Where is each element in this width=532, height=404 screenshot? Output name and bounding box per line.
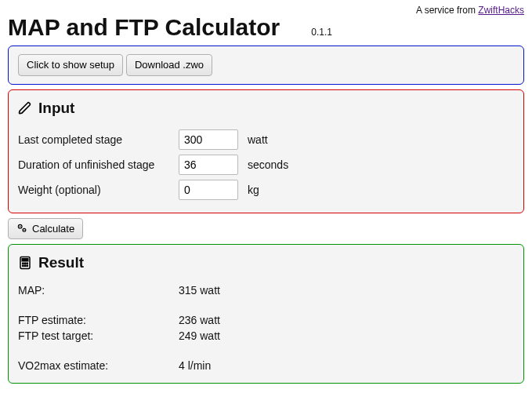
stage-label: Last completed stage	[18, 133, 179, 146]
map-label: MAP:	[18, 284, 179, 297]
duration-label: Duration of unfinished stage	[18, 158, 179, 171]
version-label: 0.1.1	[311, 27, 332, 38]
service-link[interactable]: ZwiftHacks	[478, 5, 524, 16]
input-panel: Input Last completed stage watt Duration…	[8, 89, 524, 213]
ftp-estimate-label: FTP estimate:	[18, 314, 179, 326]
calculate-label: Calculate	[32, 223, 74, 235]
input-heading: Input	[38, 100, 74, 117]
calculator-icon	[18, 256, 32, 270]
gears-icon	[16, 223, 27, 234]
stage-unit: watt	[248, 133, 268, 146]
svg-point-6	[23, 263, 24, 264]
svg-point-8	[27, 263, 28, 264]
svg-point-9	[23, 265, 24, 267]
map-value: 315 watt	[179, 284, 220, 297]
calculate-button[interactable]: Calculate	[8, 218, 83, 240]
setup-panel: Click to show setup Download .zwo	[8, 45, 524, 85]
vo2max-value: 4 l/min	[179, 359, 211, 372]
duration-unit: seconds	[248, 158, 288, 171]
result-heading: Result	[38, 254, 84, 271]
svg-point-2	[20, 226, 21, 227]
svg-point-11	[27, 265, 28, 267]
ftp-estimate-value: 236 watt	[179, 314, 220, 326]
duration-input[interactable]	[179, 155, 238, 175]
result-panel: Result MAP: 315 watt FTP estimate: 236 w…	[8, 244, 524, 384]
page-title: MAP and FTP Calculator	[8, 14, 280, 41]
svg-point-10	[24, 265, 26, 267]
svg-point-7	[24, 263, 26, 264]
download-zwo-button[interactable]: Download .zwo	[126, 54, 212, 76]
pencil-icon	[18, 101, 32, 115]
show-setup-button[interactable]: Click to show setup	[18, 54, 123, 76]
ftp-target-value: 249 watt	[179, 329, 220, 342]
service-prefix: A service from	[416, 5, 478, 16]
svg-rect-5	[22, 259, 28, 261]
svg-point-3	[24, 230, 24, 231]
download-zwo-label: Download .zwo	[135, 59, 204, 71]
stage-input[interactable]	[179, 129, 238, 150]
vo2max-label: VO2max estimate:	[18, 359, 179, 372]
show-setup-label: Click to show setup	[27, 59, 114, 71]
weight-input[interactable]	[179, 180, 238, 200]
ftp-target-label: FTP test target:	[18, 329, 179, 342]
weight-unit: kg	[248, 184, 259, 196]
weight-label: Weight (optional)	[18, 184, 179, 196]
